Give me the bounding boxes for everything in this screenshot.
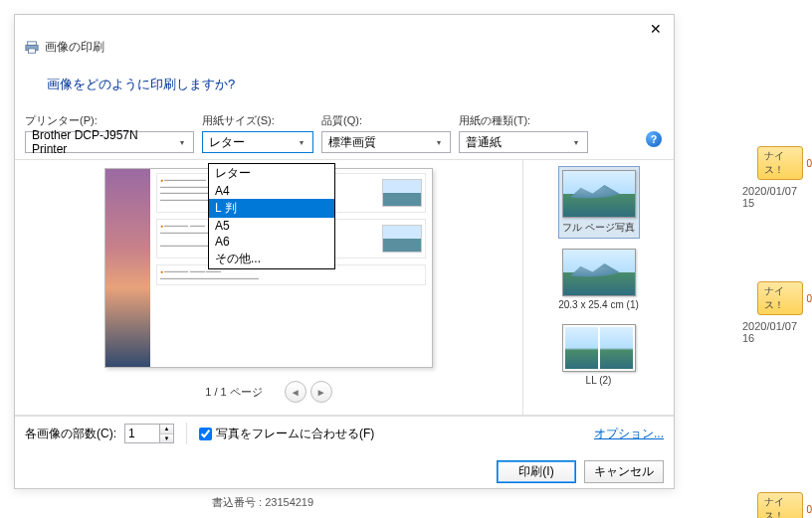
next-page-button[interactable]: ► bbox=[310, 381, 332, 403]
chevron-down-icon: ▾ bbox=[431, 134, 447, 150]
layout-full-page[interactable]: フル ページ写真 bbox=[558, 166, 640, 239]
nice-button[interactable]: ナイス！ bbox=[757, 281, 803, 315]
paper-size-option[interactable]: レター bbox=[209, 164, 334, 183]
svg-rect-0 bbox=[28, 41, 37, 45]
fit-frame-checkbox[interactable]: 写真をフレームに合わせる(F) bbox=[199, 426, 374, 442]
layout-thumb bbox=[562, 170, 636, 218]
quality-label: 品質(Q): bbox=[321, 113, 451, 128]
layout-label: フル ページ写真 bbox=[562, 221, 635, 235]
pager-text: 1 / 1 ページ bbox=[205, 385, 262, 400]
paper-type-label: 用紙の種類(T): bbox=[459, 113, 588, 128]
layout-label: 20.3 x 25.4 cm (1) bbox=[558, 299, 639, 310]
nice-button[interactable]: ナイス！ bbox=[757, 492, 803, 518]
layout-20-25[interactable]: 20.3 x 25.4 cm (1) bbox=[554, 245, 643, 314]
paper-size-label: 用紙サイズ(S): bbox=[202, 113, 313, 128]
layout-label: LL (2) bbox=[586, 375, 612, 386]
paper-size-dropdown: レター A4 L 判 A5 A6 その他... bbox=[208, 163, 335, 269]
printer-select[interactable]: Brother DCP-J957N Printer ▾ bbox=[25, 131, 194, 153]
quality-select[interactable]: 標準画質 ▾ bbox=[321, 131, 451, 153]
print-pictures-dialog: ✕ 画像の印刷 画像をどのように印刷しますか? プリンター(P): Brothe… bbox=[14, 14, 675, 489]
paper-size-option[interactable]: A5 bbox=[209, 218, 334, 234]
help-icon[interactable]: ? bbox=[646, 131, 662, 147]
copies-down[interactable]: ▼ bbox=[160, 434, 173, 443]
copies-input[interactable] bbox=[125, 425, 159, 442]
layout-list[interactable]: フル ページ写真 20.3 x 25.4 cm (1) LL (2) bbox=[522, 160, 674, 415]
fit-frame-label: 写真をフレームに合わせる(F) bbox=[216, 426, 374, 442]
dialog-title: 画像の印刷 bbox=[45, 39, 104, 56]
nice-count: 0 bbox=[806, 158, 812, 169]
chevron-down-icon: ▾ bbox=[174, 134, 190, 150]
copies-spinner[interactable]: ▲ ▼ bbox=[124, 424, 174, 443]
layout-thumb bbox=[562, 249, 636, 296]
layout-thumb bbox=[562, 324, 636, 372]
copies-up[interactable]: ▲ bbox=[160, 425, 173, 434]
chevron-down-icon: ▾ bbox=[294, 134, 309, 150]
timestamp: 2020/01/07 16 bbox=[742, 320, 812, 344]
paper-size-select[interactable]: レター ▾ bbox=[202, 131, 313, 153]
layout-ll-2[interactable]: LL (2) bbox=[558, 320, 640, 390]
close-button[interactable]: ✕ bbox=[646, 19, 666, 39]
nice-count: 0 bbox=[806, 293, 812, 304]
svg-rect-2 bbox=[29, 48, 36, 52]
options-link[interactable]: オプション... bbox=[594, 426, 664, 442]
nice-count: 0 bbox=[806, 504, 812, 515]
paper-size-option[interactable]: A4 bbox=[209, 183, 334, 199]
timestamp: 2020/01/07 15 bbox=[742, 185, 812, 209]
fit-frame-input[interactable] bbox=[199, 428, 212, 440]
paper-size-option[interactable]: A6 bbox=[209, 234, 334, 250]
nice-button[interactable]: ナイス！ bbox=[757, 146, 803, 180]
post-code: 書込番号 : 23154219 bbox=[212, 495, 313, 510]
dialog-question: 画像をどのように印刷しますか? bbox=[15, 62, 674, 107]
print-button[interactable]: 印刷(I) bbox=[497, 460, 576, 483]
prev-page-button[interactable]: ◄ bbox=[285, 381, 306, 403]
paper-size-option[interactable]: L 判 bbox=[209, 199, 334, 218]
cancel-button[interactable]: キャンセル bbox=[584, 460, 664, 483]
copies-label: 各画像の部数(C): bbox=[25, 426, 116, 442]
printer-label: プリンター(P): bbox=[25, 113, 194, 128]
printer-icon bbox=[25, 41, 39, 55]
chevron-down-icon: ▾ bbox=[568, 134, 584, 150]
paper-size-option[interactable]: その他... bbox=[209, 250, 334, 268]
paper-type-select[interactable]: 普通紙 ▾ bbox=[459, 131, 588, 153]
